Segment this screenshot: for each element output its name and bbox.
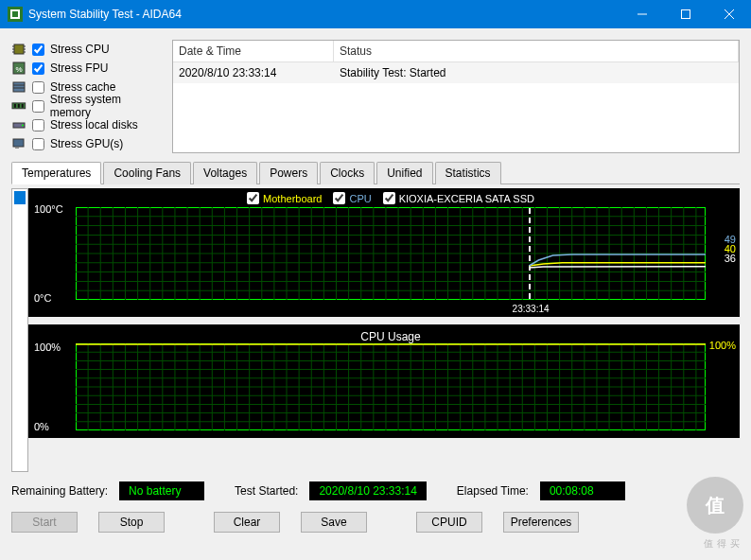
cpu-y-bottom: 0% xyxy=(34,421,49,432)
svg-rect-26 xyxy=(15,147,19,149)
stress-disk-checkbox[interactable] xyxy=(32,119,44,131)
svg-rect-16 xyxy=(13,82,25,92)
stress-cpu-label[interactable]: Stress CPU xyxy=(50,43,110,56)
svg-rect-2 xyxy=(12,11,18,17)
svg-rect-4 xyxy=(682,10,690,19)
save-button[interactable]: Save xyxy=(301,512,367,533)
stress-cpu-checkbox[interactable] xyxy=(32,44,44,56)
time-marker-label: 23:33:14 xyxy=(513,304,550,314)
minimize-button[interactable] xyxy=(620,0,664,28)
legend-ssd[interactable]: KIOXIA-EXCERIA SATA SSD xyxy=(383,192,534,204)
temp-y-top: 100°C xyxy=(34,203,63,215)
cpuid-button[interactable]: CPUID xyxy=(416,512,482,533)
elapsed-label: Elapsed Time: xyxy=(457,484,529,498)
temperature-chart: Motherboard CPU KIOXIA-EXCERIA SATA SSD … xyxy=(28,188,740,317)
sensor-selector[interactable] xyxy=(11,188,28,472)
stress-disk-label[interactable]: Stress local disks xyxy=(50,118,138,131)
status-bar: Remaining Battery: No battery Test Start… xyxy=(11,481,740,500)
log-cell-datetime: 2020/8/10 23:33:14 xyxy=(173,62,334,83)
tab-powers[interactable]: Powers xyxy=(259,162,318,184)
fpu-icon: % xyxy=(11,61,26,76)
maximize-button[interactable] xyxy=(664,0,707,28)
cpu-y-top: 100% xyxy=(34,341,61,353)
stress-memory-label[interactable]: Stress system memory xyxy=(50,93,163,119)
started-label: Test Started: xyxy=(235,484,298,498)
temp-y-bottom: 0°C xyxy=(34,292,51,304)
svg-rect-20 xyxy=(14,104,16,108)
memory-icon xyxy=(11,98,26,114)
log-header-status[interactable]: Status xyxy=(334,41,739,61)
tab-unified[interactable]: Unified xyxy=(376,162,432,184)
event-log[interactable]: Date & Time Status 2020/8/10 23:33:14 St… xyxy=(172,40,740,153)
log-header-datetime[interactable]: Date & Time xyxy=(173,41,334,61)
stress-options: Stress CPU % Stress FPU Stress cache Str… xyxy=(11,40,163,153)
cpu-usage-chart: CPU Usage 100% 0% 100% xyxy=(28,324,740,438)
tab-clocks[interactable]: Clocks xyxy=(320,162,375,184)
battery-label: Remaining Battery: xyxy=(11,484,108,498)
start-button: Start xyxy=(11,512,78,533)
cpu-plot xyxy=(76,343,706,430)
stress-cache-checkbox[interactable] xyxy=(32,81,44,94)
stress-fpu-row: % Stress FPU xyxy=(11,59,163,78)
stress-gpu-checkbox[interactable] xyxy=(32,138,44,150)
stress-cpu-row: Stress CPU xyxy=(11,40,163,59)
temp-value-ssd: 36 xyxy=(725,253,736,264)
temp-plot xyxy=(76,207,706,300)
tab-statistics[interactable]: Statistics xyxy=(435,162,501,184)
stress-gpu-label[interactable]: Stress GPU(s) xyxy=(50,137,123,150)
legend-motherboard[interactable]: Motherboard xyxy=(247,192,322,204)
log-header: Date & Time Status xyxy=(173,41,739,62)
cache-icon xyxy=(11,79,26,95)
stress-fpu-label[interactable]: Stress FPU xyxy=(50,61,108,75)
elapsed-value: 00:08:08 xyxy=(540,481,625,500)
close-button[interactable] xyxy=(707,0,751,28)
log-cell-status: Stability Test: Started xyxy=(334,62,739,83)
svg-point-24 xyxy=(22,125,24,127)
legend-ssd-checkbox[interactable] xyxy=(383,192,395,204)
window-title: System Stability Test - AIDA64 xyxy=(28,8,182,21)
gpu-icon xyxy=(11,136,26,151)
legend-cpu[interactable]: CPU xyxy=(333,192,371,204)
svg-rect-21 xyxy=(18,104,20,108)
stress-fpu-checkbox[interactable] xyxy=(32,62,44,75)
svg-rect-22 xyxy=(22,104,24,108)
tab-cooling-fans[interactable]: Cooling Fans xyxy=(103,162,191,184)
svg-text:%: % xyxy=(15,65,22,74)
stress-memory-checkbox[interactable] xyxy=(32,100,44,113)
battery-value: No battery xyxy=(119,481,204,500)
svg-rect-7 xyxy=(14,44,24,54)
sensor-selected[interactable] xyxy=(14,191,26,204)
button-bar: Start Stop Clear Save CPUID Preferences xyxy=(11,512,740,533)
cpu-icon xyxy=(11,42,26,57)
tab-temperatures[interactable]: Temperatures xyxy=(11,162,101,184)
titlebar[interactable]: System Stability Test - AIDA64 xyxy=(0,0,751,28)
stress-memory-row: Stress system memory xyxy=(11,96,163,115)
disk-icon xyxy=(11,117,26,132)
log-row[interactable]: 2020/8/10 23:33:14 Stability Test: Start… xyxy=(173,62,739,83)
preferences-button[interactable]: Preferences xyxy=(503,512,579,533)
svg-rect-25 xyxy=(13,139,24,147)
chart-tabs: Temperatures Cooling Fans Voltages Power… xyxy=(11,161,740,184)
legend-cpu-checkbox[interactable] xyxy=(333,192,345,204)
legend-motherboard-checkbox[interactable] xyxy=(247,192,259,204)
stress-cache-label[interactable]: Stress cache xyxy=(50,80,115,94)
started-value: 2020/8/10 23:33:14 xyxy=(309,481,426,500)
stress-gpu-row: Stress GPU(s) xyxy=(11,134,163,153)
tab-voltages[interactable]: Voltages xyxy=(193,162,257,184)
clear-button[interactable]: Clear xyxy=(214,512,280,533)
cpu-value-label: 100% xyxy=(709,340,736,351)
stop-button[interactable]: Stop xyxy=(98,512,165,533)
app-icon xyxy=(8,7,23,22)
